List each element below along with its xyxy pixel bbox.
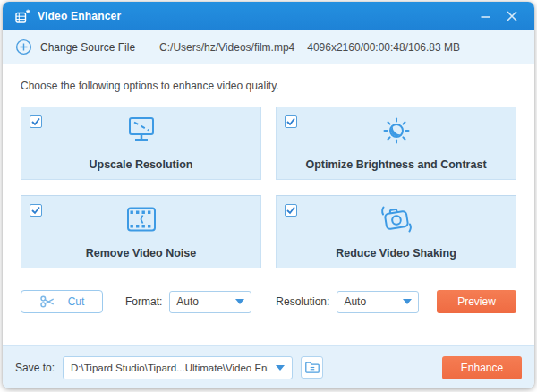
option-card-optimize-brightness[interactable]: Optimize Brightness and Contrast bbox=[276, 107, 516, 180]
source-file-info: 4096x2160/00:00:48/106.83 MB bbox=[307, 41, 460, 54]
film-strip-icon bbox=[122, 201, 161, 237]
check-icon bbox=[286, 117, 295, 126]
format-value: Auto bbox=[176, 295, 235, 308]
checkbox-optimize-brightness[interactable] bbox=[285, 115, 297, 128]
resolution-select[interactable]: Auto bbox=[337, 291, 419, 313]
source-bar: Change Source File C:/Users/hz/Videos/fi… bbox=[3, 30, 534, 64]
save-path-dropdown-button[interactable] bbox=[268, 357, 292, 379]
window-title: Video Enhancer bbox=[38, 10, 121, 22]
chevron-down-icon bbox=[276, 365, 285, 371]
open-folder-button[interactable] bbox=[301, 356, 323, 379]
option-label: Upscale Resolution bbox=[90, 158, 193, 171]
close-icon bbox=[507, 11, 517, 21]
main-area: Choose the following options to enhance … bbox=[3, 64, 534, 345]
cut-button[interactable]: Cut bbox=[21, 290, 103, 313]
cut-label: Cut bbox=[68, 295, 85, 308]
chevron-down-icon bbox=[403, 299, 412, 304]
footer-bar: Save to: D:\Tipard Studio\Tipard...Ultim… bbox=[3, 345, 534, 388]
instruction-text: Choose the following options to enhance … bbox=[21, 80, 516, 92]
option-card-upscale-resolution[interactable]: Upscale Resolution bbox=[21, 107, 261, 180]
minimize-icon bbox=[481, 12, 490, 21]
format-label: Format: bbox=[125, 295, 162, 308]
monitor-upscale-icon bbox=[122, 113, 161, 149]
save-path-combo[interactable]: D:\Tipard Studio\Tipard...Ultimate\Video… bbox=[63, 356, 293, 379]
check-icon bbox=[31, 206, 40, 215]
save-path-value: D:\Tipard Studio\Tipard...Ultimate\Video… bbox=[64, 357, 268, 379]
save-to-label: Save to: bbox=[15, 362, 55, 374]
video-enhancer-window: Video Enhancer Change Source File C:/Use… bbox=[3, 2, 534, 388]
option-label: Optimize Brightness and Contrast bbox=[305, 158, 486, 171]
preview-button[interactable]: Preview bbox=[437, 290, 516, 313]
minimize-button[interactable] bbox=[472, 5, 499, 27]
enhance-button[interactable]: Enhance bbox=[442, 356, 522, 379]
scissors-icon bbox=[39, 294, 55, 310]
option-label: Remove Video Noise bbox=[86, 247, 196, 260]
plus-circle-icon bbox=[15, 38, 32, 55]
app-icon bbox=[15, 9, 30, 24]
resolution-label: Resolution: bbox=[276, 295, 329, 308]
titlebar: Video Enhancer bbox=[3, 2, 534, 30]
brightness-sun-icon bbox=[377, 113, 416, 149]
camera-shake-icon bbox=[376, 201, 417, 237]
checkbox-upscale-resolution[interactable] bbox=[30, 115, 42, 128]
check-icon bbox=[286, 206, 295, 215]
checkbox-remove-noise[interactable] bbox=[30, 204, 42, 217]
chevron-down-icon bbox=[235, 299, 244, 304]
resolution-value: Auto bbox=[344, 295, 403, 308]
check-icon bbox=[31, 117, 40, 126]
source-file-path: C:/Users/hz/Videos/film.mp4 bbox=[159, 41, 294, 54]
controls-row: Cut Format: Auto Resolution: Auto Previe… bbox=[21, 290, 516, 313]
checkbox-reduce-shaking[interactable] bbox=[285, 204, 297, 217]
folder-icon bbox=[304, 361, 320, 374]
option-label: Reduce Video Shaking bbox=[336, 247, 456, 260]
option-card-reduce-shaking[interactable]: Reduce Video Shaking bbox=[276, 195, 516, 268]
option-card-remove-noise[interactable]: Remove Video Noise bbox=[21, 195, 261, 268]
format-select[interactable]: Auto bbox=[169, 291, 251, 313]
change-source-file-label: Change Source File bbox=[40, 41, 135, 54]
close-button[interactable] bbox=[499, 5, 525, 27]
change-source-file-button[interactable]: Change Source File bbox=[15, 38, 135, 55]
options-grid: Upscale Resolution bbox=[21, 107, 516, 268]
